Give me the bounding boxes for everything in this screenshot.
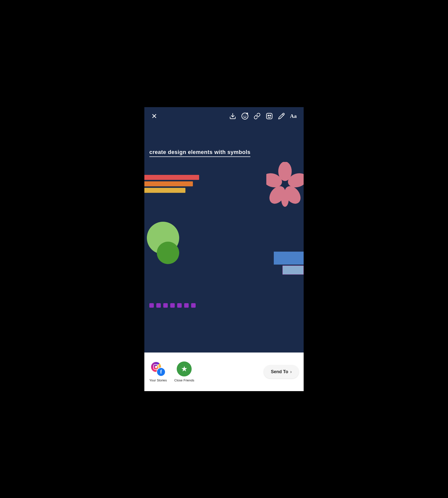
text-button[interactable]: Aa (290, 113, 297, 119)
dot-2 (156, 303, 161, 308)
your-stories-label: Your Stories (149, 378, 167, 382)
your-stories-icons: f (151, 361, 166, 376)
your-stories-option[interactable]: f Your Stories (149, 361, 167, 382)
bars-group (144, 175, 199, 193)
toolbar: ✕ (144, 107, 304, 123)
svg-rect-6 (267, 113, 272, 119)
dot-3 (163, 303, 168, 308)
face-filter-button[interactable] (266, 112, 273, 120)
canvas-area[interactable]: ✕ (144, 107, 304, 351)
share-options: f Your Stories ★ Close Friends (149, 361, 264, 382)
ig-corner (157, 365, 158, 366)
svg-point-14 (281, 192, 289, 207)
bar-1 (144, 175, 199, 180)
rect-blue (274, 252, 304, 265)
close-friends-icon: ★ (177, 361, 192, 376)
circle-small (157, 242, 179, 264)
bottom-bar: f Your Stories ★ Close Friends Send To › (144, 353, 304, 391)
sticker-button[interactable] (241, 112, 249, 120)
send-arrow-icon: › (290, 369, 292, 374)
dot-6 (184, 303, 189, 308)
facebook-icon: f (157, 367, 166, 376)
close-button[interactable]: ✕ (151, 112, 157, 120)
dots-row (149, 303, 196, 308)
download-button[interactable] (229, 113, 236, 120)
rect-lightblue (282, 266, 304, 275)
story-text[interactable]: create design elements with symbols (149, 149, 250, 157)
dot-1 (149, 303, 154, 308)
phone-screen: ✕ (144, 107, 304, 391)
dot-7 (191, 303, 196, 308)
toolbar-right: Aa (229, 112, 297, 120)
bar-3 (144, 188, 185, 193)
close-friends-option[interactable]: ★ Close Friends (174, 361, 194, 382)
dot-4 (170, 303, 175, 308)
asterisk-symbol (266, 162, 304, 212)
draw-button[interactable] (278, 113, 285, 120)
svg-point-7 (268, 115, 269, 116)
link-button[interactable] (254, 113, 261, 120)
ig-dot (155, 366, 157, 368)
svg-point-8 (270, 115, 271, 116)
star-icon: ★ (181, 364, 188, 373)
bar-2 (144, 181, 193, 186)
close-friends-label: Close Friends (174, 378, 194, 382)
send-to-label: Send To (271, 369, 288, 374)
dot-5 (177, 303, 182, 308)
send-to-button[interactable]: Send To › (264, 365, 299, 378)
